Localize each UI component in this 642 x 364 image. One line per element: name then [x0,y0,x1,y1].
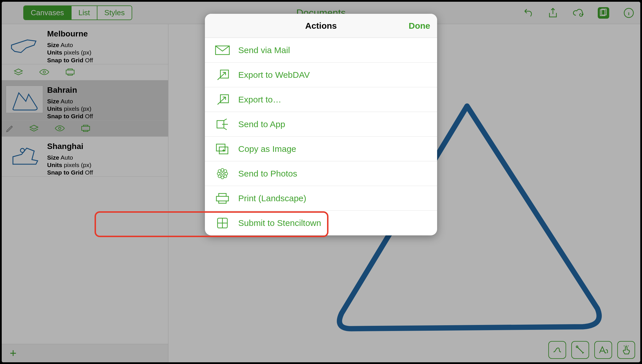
action-label: Submit to Stenciltown [238,218,321,228]
svg-point-21 [224,170,227,173]
photos-flower-icon [215,168,230,180]
svg-point-16 [221,169,224,171]
actions-popover: Actions Done Send via Mail Export to Web… [205,14,437,235]
svg-point-22 [218,175,221,178]
action-submit-stenciltown[interactable]: Submit to Stenciltown [205,211,437,235]
svg-point-15 [221,173,224,175]
action-send-via-mail[interactable]: Send via Mail [205,38,437,63]
export-arrow-icon [215,94,230,106]
copy-image-icon [215,143,230,155]
action-send-to-app[interactable]: Send to App [205,112,437,137]
svg-point-17 [221,176,224,179]
svg-point-20 [218,170,221,173]
action-label: Export to WebDAV [238,70,310,80]
svg-rect-11 [220,95,228,103]
svg-rect-24 [216,196,228,201]
done-button[interactable]: Done [409,21,430,31]
svg-rect-10 [220,70,228,78]
stenciltown-grid-icon [215,217,230,229]
action-export-to[interactable]: Export to… [205,87,437,112]
action-label: Send to Photos [238,169,297,179]
popover-title: Actions [305,21,337,31]
action-label: Copy as Image [238,144,296,154]
send-to-app-icon [215,118,230,130]
action-label: Export to… [238,95,281,104]
action-print[interactable]: Print (Landscape) [205,186,437,211]
printer-icon [215,192,230,204]
action-label: Print (Landscape) [238,193,306,203]
action-label: Send via Mail [238,45,290,55]
action-send-to-photos[interactable]: Send to Photos [205,161,437,186]
action-export-webdav[interactable]: Export to WebDAV [205,63,437,87]
action-label: Send to App [238,119,285,129]
action-copy-as-image[interactable]: Copy as Image [205,137,437,161]
mail-icon [215,44,230,56]
svg-point-23 [224,175,227,178]
export-arrow-icon [215,69,230,81]
